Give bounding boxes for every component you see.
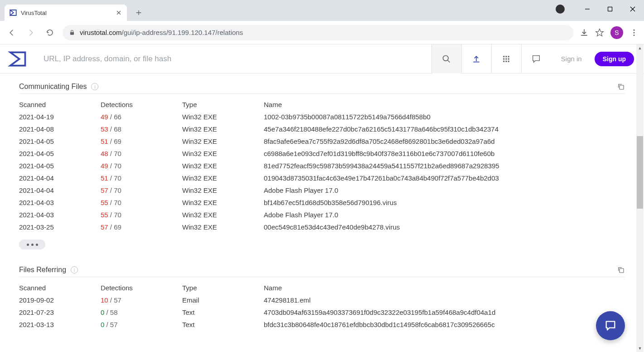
cell-scanned: 2021-04-04 [19, 174, 101, 182]
cell-scanned: 2021-03-13 [19, 321, 101, 328]
info-icon[interactable]: i [71, 266, 78, 274]
vt-search-container [35, 44, 431, 73]
info-icon[interactable]: i [91, 83, 98, 90]
svg-rect-1 [70, 32, 74, 34]
cell-type: Text [182, 321, 264, 328]
chrome-menu-icon[interactable] [629, 28, 639, 37]
scrollbar-thumb[interactable] [637, 136, 643, 209]
cell-type: Win32 EXE [182, 223, 264, 231]
table-row[interactable]: 2021-03-2557 / 69Win32 EXE00ec549c81e53d… [19, 221, 625, 233]
scrollbar-up-icon[interactable]: ▲ [636, 44, 644, 52]
tab-close-icon[interactable] [115, 9, 122, 16]
url-text: virustotal.com/gui/ip-address/91.199.120… [80, 29, 243, 36]
bookmark-star-icon[interactable] [595, 28, 604, 37]
profile-indicator-icon[interactable] [556, 5, 565, 14]
tab-strip: VirusTotal [0, 0, 644, 21]
table-row[interactable]: 2021-04-0451 / 70Win32 EXE019043d8735031… [19, 172, 625, 184]
svg-rect-9 [504, 58, 505, 59]
cell-detections: 57 / 69 [101, 223, 182, 231]
svg-rect-6 [504, 56, 505, 57]
cell-name: 81ed7752feacf59c59873b599438a24459a54115… [264, 162, 625, 170]
cell-scanned: 2021-04-05 [19, 150, 101, 157]
vt-favicon-icon [9, 9, 17, 17]
table-row[interactable]: 2021-04-0853 / 68Win32 EXE45e7a346f21804… [19, 123, 625, 135]
vt-search-input[interactable] [44, 54, 423, 64]
vt-search-button[interactable] [431, 44, 461, 73]
table-row[interactable]: 2019-09-0210 / 57Email474298181.eml [19, 294, 625, 306]
svg-point-2 [634, 29, 635, 30]
cell-type: Win32 EXE [182, 174, 264, 182]
vt-comments-button[interactable] [521, 44, 551, 73]
cell-scanned: 2021-03-25 [19, 223, 101, 231]
cell-name: 00ec549c81e53d4c43ed7e40de9b4278.virus [264, 223, 625, 231]
svg-rect-13 [506, 60, 507, 62]
cell-type: Win32 EXE [182, 125, 264, 133]
nav-back-button[interactable] [5, 26, 18, 39]
tab-title: VirusTotal [21, 10, 111, 16]
cell-type: Win32 EXE [182, 137, 264, 145]
svg-rect-15 [620, 85, 624, 89]
table-row[interactable]: 2021-04-0355 / 70Win32 EXEAdobe Flash Pl… [19, 209, 625, 221]
cell-type: Text [182, 308, 264, 316]
cell-name: c6988a6e1e093cd7ef01d319bff8c9b40f378e31… [264, 150, 625, 157]
nav-reload-button[interactable] [44, 26, 56, 39]
new-tab-button[interactable] [132, 6, 145, 19]
cell-scanned: 2021-04-05 [19, 137, 101, 145]
profile-avatar[interactable]: S [610, 26, 623, 39]
cell-detections: 49 / 70 [101, 162, 182, 170]
cell-detections: 55 / 70 [101, 211, 182, 219]
cell-detections: 0 / 57 [101, 321, 182, 328]
table-row[interactable]: 2021-04-0549 / 70Win32 EXE81ed7752feacf5… [19, 160, 625, 172]
download-icon[interactable] [580, 28, 589, 37]
nav-forward-button [24, 26, 37, 39]
cell-scanned: 2021-04-05 [19, 162, 101, 170]
cell-name: Adobe Flash Player 17.0 [264, 211, 625, 219]
cell-type: Email [182, 296, 264, 304]
browser-tab[interactable]: VirusTotal [5, 5, 127, 21]
cell-type: Win32 EXE [182, 211, 264, 219]
cell-name: 019043d8735031fac4c63e49e17b47261ba0c743… [264, 174, 625, 182]
cell-detections: 53 / 68 [101, 125, 182, 133]
svg-rect-16 [620, 269, 624, 273]
table-row[interactable]: 2021-04-1949 / 66Win32 EXE1002-03b9735b0… [19, 111, 625, 123]
table-row[interactable]: 2021-04-0457 / 70Win32 EXEAdobe Flash Pl… [19, 184, 625, 196]
section-title-referring: Files Referring i [19, 266, 78, 274]
table-row[interactable]: 2021-07-230 / 58Text4703db094af63159a490… [19, 306, 625, 318]
cell-detections: 51 / 69 [101, 137, 182, 145]
cell-name: 1002-03b9735b00087a08115722b5149a7566d4f… [264, 113, 625, 121]
vt-logo[interactable] [0, 49, 35, 69]
chat-fab-button[interactable] [596, 311, 625, 340]
cell-type: Win32 EXE [182, 150, 264, 157]
cell-type: Win32 EXE [182, 186, 264, 194]
svg-point-4 [634, 34, 635, 36]
cell-detections: 49 / 66 [101, 113, 182, 121]
cell-name: 45e7a346f2180488efe227d0bc7a62165c514317… [264, 125, 625, 133]
svg-rect-11 [508, 58, 509, 59]
vt-apps-button[interactable] [491, 44, 521, 73]
signup-button[interactable]: Sign up [595, 52, 634, 66]
section-title-communicating: Communicating Files i [19, 83, 98, 91]
cell-detections: 55 / 70 [101, 199, 182, 206]
copy-icon[interactable] [617, 266, 625, 274]
window-maximize-button[interactable] [599, 0, 621, 18]
table-row[interactable]: 2021-04-0355 / 70Win32 EXEbf14b67ec5f1d6… [19, 196, 625, 209]
table-row[interactable]: 2021-04-0548 / 70Win32 EXEc6988a6e1e093c… [19, 147, 625, 160]
svg-point-3 [634, 32, 635, 33]
cell-name: bfdc31c3b80648fe40c18761efdbbcb30dbd1c14… [264, 321, 625, 328]
window-close-button[interactable] [621, 0, 644, 18]
copy-icon[interactable] [617, 83, 625, 91]
cell-scanned: 2021-04-04 [19, 186, 101, 194]
table-row[interactable]: 2021-03-130 / 57Textbfdc31c3b80648fe40c1… [19, 318, 625, 331]
cell-scanned: 2021-04-19 [19, 113, 101, 121]
address-bar[interactable]: virustotal.com/gui/ip-address/91.199.120… [63, 25, 573, 40]
window-minimize-button[interactable] [576, 0, 599, 18]
table-row[interactable]: 2021-04-0551 / 69Win32 EXE8fac9afe6e9ea7… [19, 135, 625, 147]
vt-upload-button[interactable] [461, 44, 491, 73]
scrollbar-down-icon[interactable]: ▼ [636, 345, 644, 352]
cell-detections: 51 / 70 [101, 174, 182, 182]
load-more-button[interactable] [19, 240, 45, 249]
table-header: Scanned Detections Type Name [19, 282, 625, 294]
cell-name: bf14b67ec5f1d68d50b358e56d790196.virus [264, 199, 625, 206]
cell-name: 474298181.eml [264, 296, 625, 304]
signin-link[interactable]: Sign in [551, 55, 592, 63]
